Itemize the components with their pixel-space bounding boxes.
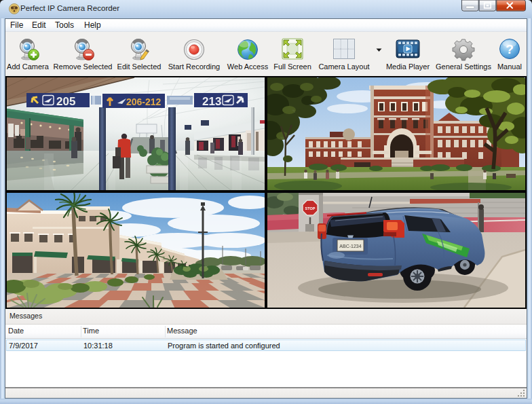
svg-text:ABC-1234: ABC-1234	[339, 244, 361, 249]
svg-text:?: ?	[506, 42, 514, 56]
svg-text:STOP: STOP	[305, 206, 316, 210]
